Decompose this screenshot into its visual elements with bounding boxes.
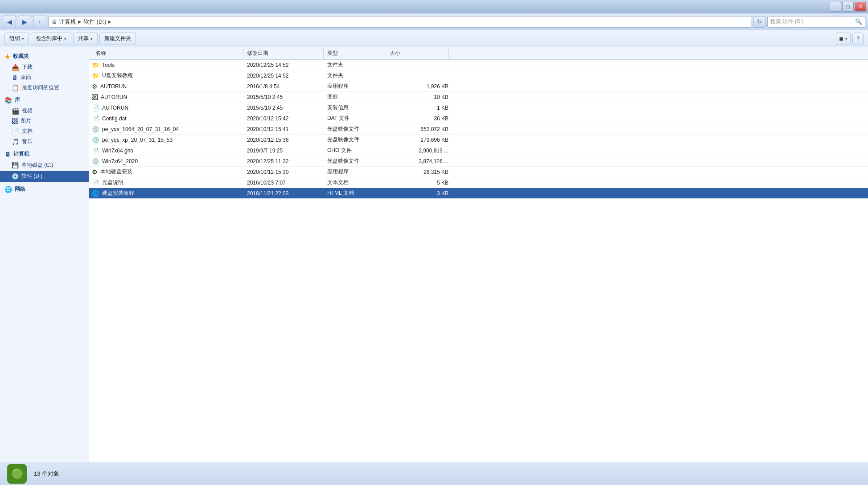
file-type-icon: ⚙ [92, 83, 98, 90]
file-date-cell: 2020/10/12 15:36 [243, 137, 324, 143]
computer-header-icon: 🖥 [4, 151, 11, 158]
view-button[interactable]: ≣ ▾ [836, 33, 851, 45]
file-type-icon: 📁 [92, 62, 99, 69]
table-row[interactable]: 🌐 硬盘安装教程 2016/11/21 22:03 HTML 文档 3 KB [89, 188, 868, 199]
file-date-cell: 2020/10/12 15:42 [243, 115, 324, 122]
col-header-date[interactable]: 修改日期 [243, 47, 324, 59]
sidebar-item-documents[interactable]: 📄 文档 [0, 126, 89, 136]
minimize-button[interactable]: ─ [830, 2, 841, 12]
file-name: U盘安装教程 [102, 72, 133, 79]
close-button[interactable]: ✕ [855, 2, 866, 12]
organize-label: 组织 [9, 35, 20, 42]
view-icon: ≣ [839, 36, 843, 42]
table-row[interactable]: ⚙ AUTORUN 2016/1/8 4:54 应用程序 1,926 KB [89, 81, 868, 92]
file-date-cell: 2015/5/10 2:45 [243, 94, 324, 100]
breadcrumb-sep2: ▶ [108, 19, 111, 24]
table-row[interactable]: 📁 Tools 2020/12/25 14:52 文件夹 [89, 60, 868, 70]
share-label: 共享 [78, 35, 89, 42]
file-date-cell: 2015/5/10 2:45 [243, 105, 324, 111]
table-row[interactable]: 💿 Win7x64_2020 2020/12/25 11:32 光盘映像文件 3… [89, 156, 868, 167]
file-size-cell: 3,874,126 ... [386, 158, 448, 164]
sidebar-item-drive-d[interactable]: 💿 软件 (D:) [0, 171, 89, 182]
table-row[interactable]: 📄 光盘说明 2016/10/23 7:07 文本文档 5 KB [89, 177, 868, 188]
new-folder-button[interactable]: 新建文件夹 [99, 33, 136, 45]
library-header[interactable]: 📚 库 [0, 95, 89, 106]
network-header[interactable]: 🌐 网络 [0, 184, 89, 195]
library-label: 库 [15, 96, 20, 104]
download-icon: 📥 [12, 64, 19, 71]
sidebar-item-recent[interactable]: 📋 最近访问的位置 [0, 82, 89, 93]
file-date-cell: 2020/12/25 14:52 [243, 73, 324, 79]
computer-section: 🖥 计算机 💾 本地磁盘 (C:) 💿 软件 (D:) [0, 148, 89, 182]
help-button[interactable]: ? [852, 33, 864, 45]
empty-area[interactable] [89, 261, 868, 462]
drive-c-icon: 💾 [12, 162, 19, 169]
forward-button[interactable]: ▶ [18, 16, 31, 28]
search-box[interactable]: 搜索 软件 (D:) 🔍 [767, 16, 865, 28]
file-date-cell: 2020/12/25 14:52 [243, 62, 324, 68]
table-row[interactable]: 💿 pe_yqs_1064_20_07_31_16_04 2020/10/12 … [89, 124, 868, 135]
library-folder-icon: 📚 [4, 97, 12, 104]
sidebar-item-pictures[interactable]: 🖼 图片 [0, 116, 89, 126]
file-size-cell: 5 KB [386, 180, 448, 186]
share-button[interactable]: 共享 ▾ [73, 33, 98, 45]
file-type-cell: 文件夹 [324, 72, 386, 79]
sidebar-item-drive-c[interactable]: 💾 本地磁盘 (C:) [0, 160, 89, 171]
breadcrumb-sep1: ▶ [78, 19, 82, 24]
up-button[interactable]: ↑ [33, 16, 46, 28]
back-button[interactable]: ◀ [3, 16, 16, 28]
table-row[interactable]: 💿 pe_yqs_xp_20_07_31_15_53 2020/10/12 15… [89, 135, 868, 145]
include-library-button[interactable]: 包含到库中 ▾ [31, 33, 71, 45]
file-name: Win7x64_2020 [102, 158, 138, 164]
col-header-size[interactable]: 大小 [386, 47, 448, 59]
table-row[interactable]: 🖼 AUTORUN 2015/5/10 2:45 图标 10 KB [89, 92, 868, 103]
file-size-cell: 28,315 KB [386, 169, 448, 175]
sidebar-item-desktop[interactable]: 🖥 桌面 [0, 72, 89, 82]
sidebar-item-video[interactable]: 🎬 视频 [0, 106, 89, 116]
file-size-cell: 36 KB [386, 115, 448, 122]
breadcrumb-drive-label[interactable]: 软件 (D:) [83, 18, 106, 26]
breadcrumb-computer-label[interactable]: 计算机 [59, 18, 76, 26]
organize-chevron-icon: ▾ [22, 37, 24, 41]
file-name-cell: 💿 pe_yqs_1064_20_07_31_16_04 [92, 126, 243, 133]
file-name-cell: 💿 Win7x64_2020 [92, 158, 243, 165]
network-label: 网络 [15, 185, 25, 193]
favorites-header[interactable]: ★ 收藏夹 [0, 51, 89, 62]
file-type-cell: 安装信息 [324, 104, 386, 111]
sidebar-item-pictures-label: 图片 [21, 117, 31, 125]
table-row[interactable]: 📁 U盘安装教程 2020/12/25 14:52 文件夹 [89, 70, 868, 81]
col-header-type[interactable]: 类型 [324, 47, 386, 59]
refresh-button[interactable]: ↻ [753, 16, 765, 28]
computer-header[interactable]: 🖥 计算机 [0, 148, 89, 160]
file-name: 硬盘安装教程 [102, 189, 134, 197]
sidebar-item-desktop-label: 桌面 [21, 74, 31, 81]
file-size-cell: 279,696 KB [386, 137, 448, 143]
desktop-icon: 🖥 [12, 74, 18, 81]
file-type-cell: DAT 文件 [324, 115, 386, 122]
file-type-icon: 📄 [92, 104, 99, 111]
file-type-cell: 文件夹 [324, 61, 386, 69]
file-size-cell: 652,072 KB [386, 126, 448, 132]
table-row[interactable]: 📄 AUTORUN 2015/5/10 2:45 安装信息 1 KB [89, 103, 868, 113]
file-type-cell: GHO 文件 [324, 147, 386, 154]
table-row[interactable]: 📄 Config.dat 2020/10/12 15:42 DAT 文件 36 … [89, 113, 868, 124]
sidebar-item-music[interactable]: 🎵 音乐 [0, 136, 89, 147]
breadcrumb[interactable]: 🖥 计算机 ▶ 软件 (D:) ▶ [48, 16, 751, 28]
file-name-cell: 🖼 AUTORUN [92, 94, 243, 101]
organize-button[interactable]: 组织 ▾ [4, 33, 29, 45]
file-type-cell: 图标 [324, 93, 386, 101]
file-date-cell: 2020/10/12 15:30 [243, 169, 324, 175]
file-size-cell: 3 KB [386, 190, 448, 197]
col-header-name[interactable]: 名称 [92, 47, 243, 59]
sidebar-item-download[interactable]: 📥 下载 [0, 62, 89, 72]
file-size-cell: 2,900,813 ... [386, 148, 448, 154]
file-name: Win7x64.gho [102, 148, 133, 154]
maximize-button[interactable]: □ [842, 2, 854, 12]
network-header-icon: 🌐 [4, 186, 12, 193]
search-icon[interactable]: 🔍 [855, 18, 862, 25]
table-row[interactable]: 📄 Win7x64.gho 2019/9/7 19:25 GHO 文件 2,90… [89, 145, 868, 156]
file-type-cell: 应用程序 [324, 168, 386, 176]
file-type-icon: 💿 [92, 158, 99, 165]
file-date-cell: 2016/1/8 4:54 [243, 83, 324, 90]
table-row[interactable]: ⚙ 本地硬盘安装 2020/10/12 15:30 应用程序 28,315 KB [89, 167, 868, 177]
